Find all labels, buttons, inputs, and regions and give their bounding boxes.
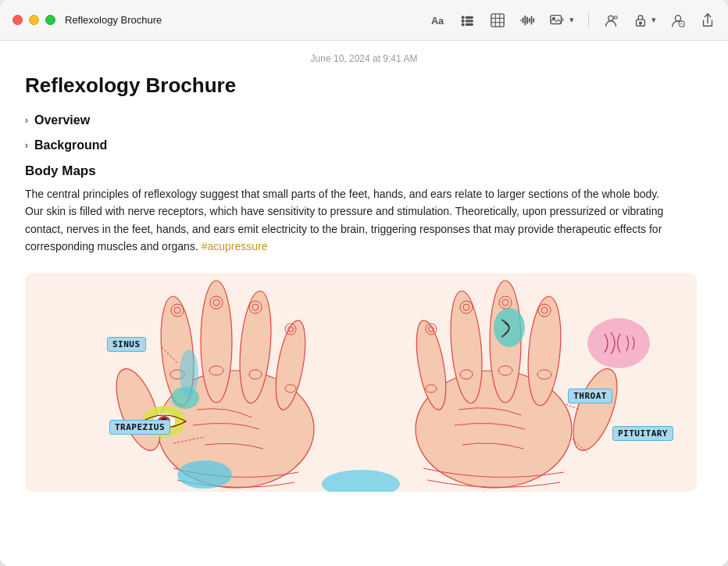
waveform-icon[interactable] xyxy=(519,13,535,28)
toolbar: Aa xyxy=(430,13,716,28)
document-title: Reflexology Brochure xyxy=(25,73,678,98)
svg-point-1 xyxy=(462,16,464,19)
collaborate-icon[interactable] xyxy=(603,13,619,28)
minimize-button[interactable] xyxy=(29,15,39,25)
svg-point-52 xyxy=(177,460,232,489)
toolbar-divider-1 xyxy=(588,13,589,28)
document-date: June 10, 2024 at 9:41 AM xyxy=(0,41,728,70)
svg-point-32 xyxy=(201,281,232,403)
hashtag[interactable]: #acupressure xyxy=(202,240,268,253)
document-content: Reflexology Brochure › Overview › Backgr… xyxy=(0,73,703,492)
svg-point-24 xyxy=(640,22,642,24)
svg-rect-7 xyxy=(491,13,504,26)
background-section[interactable]: › Background xyxy=(25,138,678,152)
titlebar: Reflexology Brochure Aa xyxy=(0,0,728,41)
hand-image: SINUS TRAPEZIUS THROAT PITUITARY xyxy=(25,273,697,492)
overview-section[interactable]: › Overview xyxy=(25,113,678,127)
svg-rect-4 xyxy=(466,20,473,22)
svg-point-5 xyxy=(462,23,464,26)
overview-chevron: › xyxy=(25,115,28,126)
document-area: June 10, 2024 at 9:41 AM Reflexology Bro… xyxy=(0,41,728,566)
close-button[interactable] xyxy=(12,15,23,25)
svg-point-78 xyxy=(180,349,198,396)
user-icon[interactable]: + xyxy=(670,13,686,28)
svg-text:Aa: Aa xyxy=(431,15,444,27)
svg-rect-2 xyxy=(466,16,473,18)
svg-point-3 xyxy=(462,20,464,22)
lock-icon[interactable] xyxy=(633,13,648,28)
background-chevron: › xyxy=(25,140,28,151)
background-label: Background xyxy=(34,138,107,152)
share-icon[interactable] xyxy=(700,13,716,28)
window-title: Reflexology Brochure xyxy=(65,14,162,26)
svg-point-22 xyxy=(615,16,618,19)
label-trapezius: TRAPEZIUS xyxy=(109,420,170,435)
svg-point-25 xyxy=(675,15,680,20)
traffic-lights xyxy=(12,15,55,25)
label-throat: THROAT xyxy=(568,389,612,403)
hand-svg xyxy=(25,273,697,492)
table-icon[interactable] xyxy=(490,13,505,28)
svg-rect-6 xyxy=(466,23,473,25)
svg-point-21 xyxy=(608,16,613,20)
app-window: Reflexology Brochure Aa xyxy=(0,0,728,566)
overview-label: Overview xyxy=(34,113,90,127)
label-pituitary: PITUITARY xyxy=(612,426,673,441)
svg-point-72 xyxy=(587,318,650,368)
body-maps-heading: Body Maps xyxy=(25,163,678,179)
svg-text:+: + xyxy=(680,21,683,27)
image-icon[interactable] xyxy=(549,13,565,28)
list-icon[interactable] xyxy=(460,13,476,28)
image-dropdown-arrow[interactable]: ▾ xyxy=(569,15,574,25)
font-icon[interactable]: Aa xyxy=(430,13,446,28)
label-sinus: SINUS xyxy=(107,337,146,352)
body-maps-text: The central principles of reflexology su… xyxy=(25,185,678,256)
lock-dropdown-arrow[interactable]: ▾ xyxy=(651,15,656,25)
fullscreen-button[interactable] xyxy=(45,15,55,25)
